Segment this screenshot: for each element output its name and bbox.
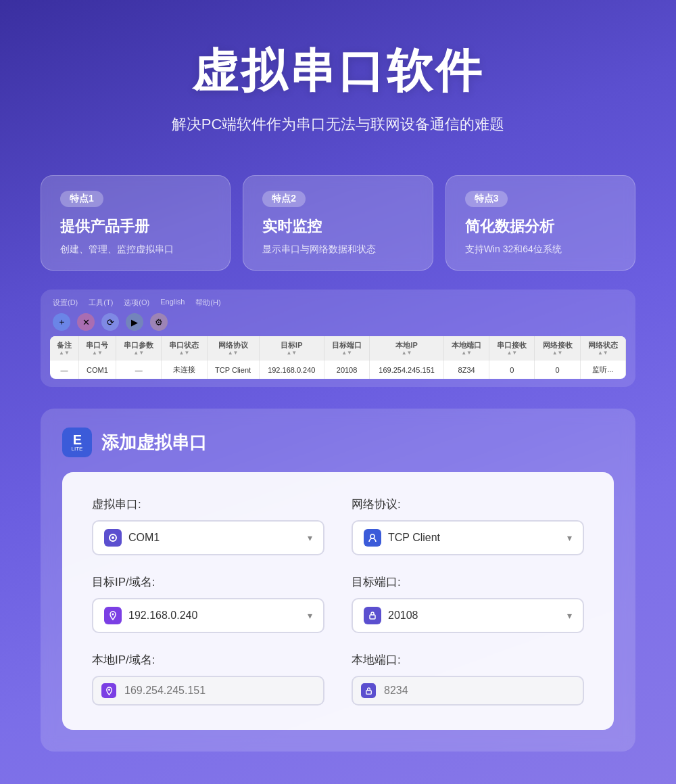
feature-tag-2: 特点2 <box>262 191 306 207</box>
feature-desc-3: 支持Win 32和64位系统 <box>465 242 616 256</box>
target-port-value: 20108 <box>388 609 418 622</box>
feature-tag-3: 特点3 <box>465 191 508 207</box>
toolbar-icon-5[interactable]: ⚙ <box>150 313 168 331</box>
form-logo: E LITE <box>62 428 92 457</box>
select-virtual-port[interactable]: COM1 ▾ <box>92 520 324 555</box>
svg-point-1 <box>112 536 114 539</box>
col-net-status: 网络状态 ▲▼ <box>580 336 625 361</box>
form-title: 添加虚拟串口 <box>101 431 207 455</box>
label-local-ip: 本地IP/域名: <box>92 652 324 668</box>
cell-local-port: 8Z34 <box>443 361 489 379</box>
svg-point-3 <box>112 614 114 616</box>
feature-card-1: 特点1 提供产品手册 创建、管理、监控虚拟串口 <box>41 175 231 271</box>
target-ip-icon <box>104 607 122 624</box>
select-target-port[interactable]: 20108 ▾ <box>352 598 584 633</box>
form-row-2: 目标IP/域名: 192.168.0.240 ▾ <box>92 574 584 633</box>
features-section: 特点1 提供产品手册 创建、管理、监控虚拟串口 特点2 实时监控 显示串口与网络… <box>41 175 635 271</box>
menu-item-options[interactable]: 选项(O) <box>124 298 149 308</box>
form-group-local-ip: 本地IP/域名: <box>92 652 324 706</box>
chevron-down-icon-4: ▾ <box>567 610 572 621</box>
input-wrapper-local-ip <box>92 676 324 706</box>
virtual-port-icon <box>104 529 122 547</box>
form-row-3: 本地IP/域名: 本地端口: <box>92 652 584 706</box>
local-port-input[interactable] <box>352 676 584 706</box>
toolbar-icon-1[interactable]: ＋ <box>53 313 70 331</box>
table-row[interactable]: — COM1 — 未连接 TCP Client 192.168.0.240 20… <box>50 361 626 379</box>
cell-params: — <box>116 361 162 379</box>
page-title: 虚拟串口软件 <box>0 41 676 102</box>
select-wrapper-virtual-port: COM1 ▾ <box>92 520 324 555</box>
label-network-protocol: 网络协议: <box>352 497 584 512</box>
label-target-port: 目标端口: <box>352 574 584 590</box>
menu-item-english[interactable]: English <box>160 298 185 308</box>
form-header: E LITE 添加虚拟串口 <box>62 428 614 457</box>
feature-desc-1: 创建、管理、监控虚拟串口 <box>60 242 211 256</box>
add-port-form-card: E LITE 添加虚拟串口 虚拟串口: <box>41 409 635 752</box>
virtual-port-value: COM1 <box>128 532 160 544</box>
svg-rect-6 <box>366 690 370 694</box>
cell-status: 未连接 <box>162 361 207 379</box>
col-protocol: 网络协议 ▲▼ <box>207 336 259 361</box>
col-serial-rx: 串口接收 ▲▼ <box>489 336 535 361</box>
toolbar-icon-3[interactable]: ⟳ <box>101 313 119 331</box>
feature-title-2: 实时监控 <box>262 216 413 237</box>
feature-desc-2: 显示串口与网络数据和状态 <box>262 242 413 256</box>
cell-net-rx: 0 <box>535 361 580 379</box>
form-group-target-port: 目标端口: 20108 ▾ <box>352 574 584 633</box>
svg-point-2 <box>370 534 375 538</box>
svg-rect-4 <box>370 615 375 619</box>
select-wrapper-target-port: 20108 ▾ <box>352 598 584 633</box>
header: 虚拟串口软件 解决PC端软件作为串口无法与联网设备通信的难题 <box>0 0 676 148</box>
cell-net-status: 监听... <box>580 361 625 379</box>
cell-target-ip: 192.168.0.240 <box>259 361 324 379</box>
network-protocol-value: TCP Client <box>388 532 440 544</box>
svg-point-5 <box>108 689 110 691</box>
toolbar-icon-2[interactable]: ✕ <box>77 313 95 331</box>
chevron-down-icon: ▾ <box>308 532 312 543</box>
label-local-port: 本地端口: <box>352 652 584 668</box>
feature-card-2: 特点2 实时监控 显示串口与网络数据和状态 <box>243 175 433 271</box>
menu-item-help[interactable]: 帮助(H) <box>195 298 220 308</box>
menu-bar: 设置(D) 工具(T) 选项(O) English 帮助(H) <box>50 298 626 308</box>
toolbar-icons: ＋ ✕ ⟳ ▶ ⚙ <box>50 313 626 331</box>
cell-port: COM1 <box>78 361 116 379</box>
menu-item-tools[interactable]: 工具(T) <box>89 298 113 308</box>
local-ip-icon <box>101 683 116 698</box>
cell-serial-rx: 0 <box>489 361 535 379</box>
cell-target-port: 20108 <box>324 361 369 379</box>
cell-protocol: TCP Client <box>207 361 259 379</box>
col-status: 串口状态 ▲▼ <box>162 336 207 361</box>
network-protocol-icon <box>364 529 381 547</box>
cell-remark: — <box>50 361 78 379</box>
chevron-down-icon-2: ▾ <box>567 532 572 543</box>
data-table: 备注 ▲▼ 串口号 ▲▼ 串口参数 ▲▼ 串口状态 ▲▼ <box>50 336 626 379</box>
select-wrapper-network-protocol: TCP Client ▾ <box>352 520 584 555</box>
col-local-port: 本地端口 ▲▼ <box>443 336 489 361</box>
form-row-1: 虚拟串口: COM1 ▾ <box>92 497 584 555</box>
col-remark: 备注 ▲▼ <box>50 336 78 361</box>
chevron-down-icon-3: ▾ <box>308 610 312 621</box>
local-port-icon <box>361 683 376 698</box>
table-container: 备注 ▲▼ 串口号 ▲▼ 串口参数 ▲▼ 串口状态 ▲▼ <box>50 336 626 379</box>
col-params: 串口参数 ▲▼ <box>116 336 162 361</box>
target-ip-value: 192.168.0.240 <box>128 609 197 622</box>
label-target-ip: 目标IP/域名: <box>92 574 324 590</box>
page-subtitle: 解决PC端软件作为串口无法与联网设备通信的难题 <box>0 114 676 135</box>
input-wrapper-local-port <box>352 676 584 706</box>
logo-letter: E <box>73 433 81 446</box>
col-port: 串口号 ▲▼ <box>78 336 116 361</box>
form-group-target-ip: 目标IP/域名: 192.168.0.240 ▾ <box>92 574 324 633</box>
toolbar-icon-4[interactable]: ▶ <box>126 313 143 331</box>
col-target-ip: 目标IP ▲▼ <box>259 336 324 361</box>
label-virtual-port: 虚拟串口: <box>92 497 324 512</box>
form-group-network-protocol: 网络协议: TCP Client ▾ <box>352 497 584 555</box>
select-network-protocol[interactable]: TCP Client ▾ <box>352 520 584 555</box>
feature-title-1: 提供产品手册 <box>60 216 211 237</box>
local-ip-input[interactable] <box>92 676 324 706</box>
feature-tag-1: 特点1 <box>60 191 103 207</box>
menu-item-settings[interactable]: 设置(D) <box>53 298 78 308</box>
feature-title-3: 简化数据分析 <box>465 216 616 237</box>
form-group-local-port: 本地端口: <box>352 652 584 706</box>
select-target-ip[interactable]: 192.168.0.240 ▾ <box>92 598 324 633</box>
col-local-ip: 本地IP ▲▼ <box>370 336 444 361</box>
